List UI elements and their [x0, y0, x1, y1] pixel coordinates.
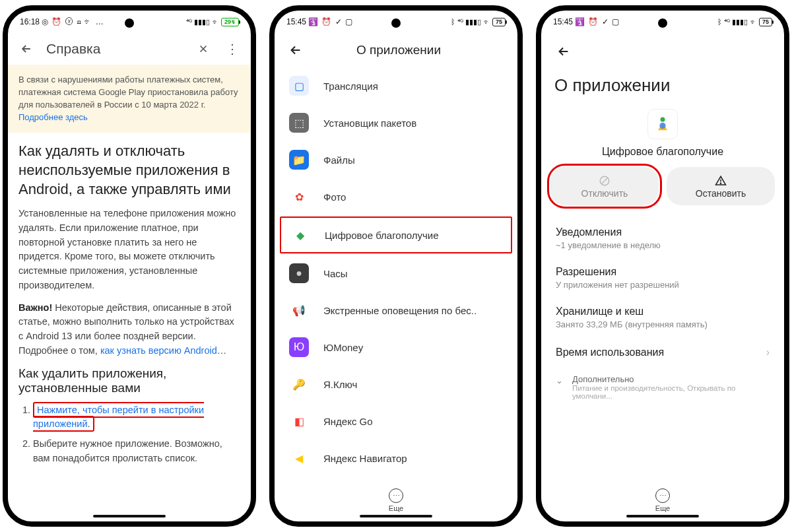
battery-icon: 29↯: [221, 18, 239, 26]
header: [541, 33, 784, 65]
app-label: Яндекс Go: [323, 416, 373, 427]
step-1: Нажмите, чтобы перейти в настройки прило…: [33, 403, 240, 432]
article-warning-paragraph: Важно! Некоторые действия, описанные в э…: [18, 301, 240, 358]
app-label: Трансляция: [323, 81, 378, 92]
permissions-row[interactable]: Разрешения У приложения нет разрешений: [541, 258, 784, 298]
steps-list: Нажмите, чтобы перейти в настройки прило…: [18, 403, 240, 466]
app-label: Яндекс Навигатор: [323, 453, 407, 464]
banner-learn-more-link[interactable]: Подробнее здесь: [18, 112, 88, 122]
app-list[interactable]: ▢Трансляция⬚Установщик пакетов📁Файлы✿Фот…: [275, 67, 517, 484]
app-label: Я.Ключ: [323, 379, 357, 390]
app-label: Фото: [323, 191, 346, 203]
battery-icon: 75: [759, 18, 772, 26]
app-info-screen: О приложении Цифровое благополучие Отклю…: [541, 33, 784, 515]
screen-time-row[interactable]: Время использования ›: [541, 337, 784, 368]
app-icon: Ю: [289, 337, 309, 357]
app-icon: ▢: [289, 76, 309, 96]
phone-help-article: 16:18 ◎ ⏰ ⓥ ☎ ᯤ … ⁴ᴳ ▮▮▮▯ ᯤ 29↯ Справка …: [3, 5, 256, 527]
svg-point-1: [659, 123, 665, 129]
storage-row[interactable]: Хранилище и кеш Занято 33,29 МБ (внутрен…: [541, 298, 784, 337]
more-dots-icon: ⋯: [655, 488, 670, 503]
app-row[interactable]: ◆Цифровое благополучие: [280, 216, 512, 253]
bluetooth-icon: ᛒ: [451, 18, 455, 26]
status-time: 15:45: [286, 17, 306, 26]
status-signal: ⁴ᴳ ▮▮▮▯: [724, 18, 748, 26]
nav-pill[interactable]: [93, 515, 166, 517]
status-signal: ⁴ᴳ ▮▮▮▯: [186, 18, 210, 26]
status-time: 15:45: [553, 17, 573, 26]
app-row[interactable]: 📁Файлы: [275, 141, 517, 178]
article-paragraph: Установленные на телефоне приложения мож…: [18, 207, 240, 293]
overflow-menu-icon[interactable]: ⋮: [223, 40, 242, 58]
app-icon: ◆: [290, 225, 310, 245]
app-row[interactable]: ✦Analytics: [275, 477, 517, 484]
app-label: Файлы: [323, 154, 355, 166]
title-bar: Справка ⋮: [8, 33, 251, 65]
app-icon: ◀: [289, 448, 309, 468]
app-row[interactable]: ◀Яндекс Навигатор: [275, 440, 517, 477]
app-label: Установщик пакетов: [323, 117, 416, 129]
app-row[interactable]: ◧Яндекс Go: [275, 403, 517, 440]
nav-pill[interactable]: [626, 515, 699, 517]
action-buttons: Отключить Остановить: [541, 167, 784, 205]
bluetooth-icon: ᛒ: [717, 18, 722, 26]
app-label: Экстренные оповещения по бес..: [323, 305, 477, 316]
app-icon: 📢: [289, 300, 309, 320]
disable-button[interactable]: Отключить: [550, 167, 659, 205]
status-wifi-icon: ᯤ: [483, 18, 490, 26]
more-button[interactable]: ⋯ Еще: [541, 484, 784, 515]
page-title: О приложении: [541, 65, 784, 109]
notifications-row[interactable]: Уведомления ~1 уведомление в неделю: [541, 218, 784, 258]
camera-notch: [391, 18, 401, 28]
app-label: Часы: [323, 268, 348, 279]
app-icon: ⬚: [289, 113, 309, 133]
status-icons-left: 🛐 ⏰ ✓ ▢: [575, 17, 620, 26]
force-stop-button[interactable]: Остановить: [667, 167, 775, 205]
open-app-settings-link[interactable]: Нажмите, чтобы перейти в настройки прило…: [33, 405, 204, 430]
status-wifi-icon: ᯤ: [750, 18, 757, 26]
camera-notch: [125, 18, 134, 28]
status-time: 16:18: [20, 17, 40, 26]
app-icon: 🔑: [289, 374, 309, 394]
app-label: ЮMoney: [323, 342, 363, 353]
chevron-right-icon: ›: [766, 347, 770, 358]
app-icon: ●: [289, 263, 309, 283]
app-row[interactable]: ▢Трансляция: [275, 67, 517, 104]
svg-point-0: [661, 117, 665, 122]
android-version-link[interactable]: как узнать версию Android: [100, 345, 217, 356]
app-row[interactable]: ✿Фото: [275, 178, 517, 215]
article-heading: Как удалять и отключать неиспользуемые п…: [18, 142, 240, 199]
back-arrow-icon[interactable]: [554, 42, 573, 61]
app-row[interactable]: 📢Экстренные оповещения по бес..: [275, 292, 517, 329]
warning-banner: В связи с нарушениями работы платежных с…: [8, 65, 251, 133]
camera-notch: [658, 18, 667, 28]
header: О приложении: [275, 33, 517, 67]
app-name: Цифровое благополучие: [541, 146, 784, 158]
phone-app-info: 15:45 🛐 ⏰ ✓ ▢ ᛒ ⁴ᴳ ▮▮▮▯ ᯤ 75 О приложени…: [536, 5, 789, 527]
app-icon: ✿: [289, 187, 309, 207]
article-subheading: Как удалить приложения, установленные ва…: [18, 366, 240, 395]
app-icon: [647, 109, 678, 139]
step-2: Выберите нужное приложение. Возможно, ва…: [33, 437, 240, 466]
app-row[interactable]: 🔑Я.Ключ: [275, 366, 517, 403]
app-icon: 📁: [289, 150, 309, 170]
more-button[interactable]: ⋯ Еще: [275, 484, 517, 515]
app-icon: ◧: [289, 411, 309, 431]
back-arrow-icon[interactable]: [17, 40, 36, 58]
status-icons-left: 🛐 ⏰ ✓ ▢: [308, 17, 353, 26]
article-body: Как удалять и отключать неиспользуемые п…: [8, 133, 251, 471]
svg-point-4: [720, 183, 721, 183]
close-icon[interactable]: [194, 40, 213, 58]
help-screen: Справка ⋮ В связи с нарушениями работы п…: [8, 33, 251, 515]
back-arrow-icon[interactable]: [286, 41, 305, 59]
status-icons-left: ◎ ⏰ ⓥ ☎ ᯤ …: [42, 17, 104, 26]
app-row[interactable]: ●Часы: [275, 255, 517, 292]
page-title: Справка: [46, 41, 183, 57]
more-dots-icon: ⋯: [389, 488, 403, 503]
status-wifi-icon: ᯤ: [212, 18, 219, 26]
advanced-row[interactable]: ⌄ Дополнительно Питание и производительн…: [541, 368, 784, 407]
app-row[interactable]: ⬚Установщик пакетов: [275, 104, 517, 141]
app-row[interactable]: ЮЮMoney: [275, 329, 517, 366]
nav-pill[interactable]: [360, 515, 432, 517]
app-list-screen: О приложении ▢Трансляция⬚Установщик паке…: [275, 33, 517, 515]
